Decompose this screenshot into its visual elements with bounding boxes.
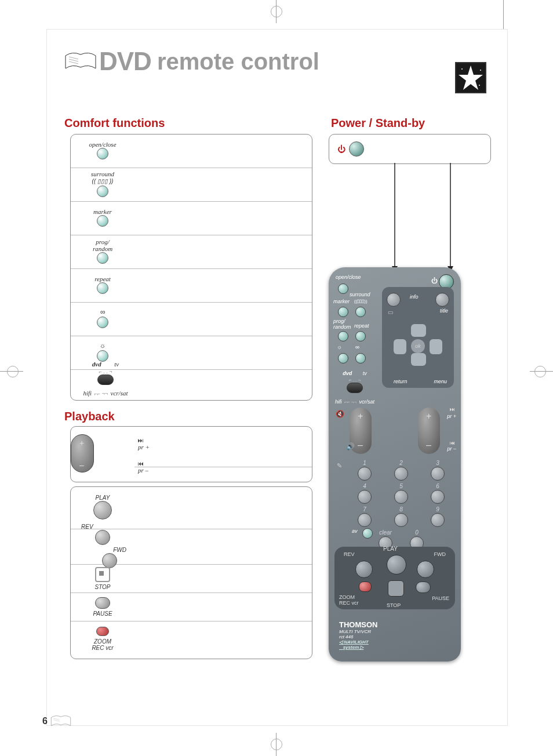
rec-button-icon <box>96 627 109 636</box>
rec-label: REC vcr <box>71 645 134 651</box>
remote-nav-btn-tl[interactable] <box>387 293 401 307</box>
remote-key-2[interactable] <box>394 467 408 481</box>
remote-skip-fwd-icon: ⏭ <box>450 406 455 412</box>
remote-brand: THOMSON MULTI TV/VCR rct 446 ◁ NAVILIGHT… <box>339 620 377 650</box>
remote-loop-icon: ∞ <box>355 344 359 350</box>
digit-6: 6 <box>431 483 445 489</box>
remote-fwd-label: FWD <box>434 551 446 557</box>
remote-open-close-btn[interactable] <box>338 284 348 294</box>
remote-rec-btn[interactable] <box>359 581 372 592</box>
zoom-label: ZOOM <box>71 638 134 645</box>
row-repeat: repeat <box>71 269 312 303</box>
mode-switch: dvd tv ⌐ . . ¬ hifi ⌐⌐ ¬¬ vcr/sat <box>77 358 134 398</box>
digit-2: 2 <box>394 460 408 466</box>
remote-play-btn[interactable] <box>387 555 406 575</box>
stop-button-icon <box>95 567 110 582</box>
remote-screen-icon: ▭ <box>388 309 393 315</box>
remote-marker-btn[interactable] <box>338 307 348 317</box>
surround-glyph-icon: (( ▯▯▯ )) <box>92 178 114 184</box>
remote-model: MULTI TV/VCR rct 446 <box>339 629 377 639</box>
remote-prog-btn[interactable] <box>338 331 348 341</box>
digit-1: 1 <box>358 460 372 466</box>
remote-prog-random-label: prog/ random <box>333 318 351 330</box>
section-power: Power / Stand-by <box>331 117 425 130</box>
pr-rocker-icon: + – <box>71 434 94 472</box>
remote-av-btn[interactable] <box>362 528 373 539</box>
remote-pr-plus: pr + <box>447 413 456 419</box>
panel-playback-pr: + – ⏭ pr + ⏮ pr – <box>70 426 312 482</box>
arrow-power-to-remote <box>447 163 454 272</box>
remote-dpad: ok <box>390 316 446 372</box>
mode-vcr-sat: vcr/sat <box>111 390 128 397</box>
remote-hifi: hifi <box>335 399 342 405</box>
remote-marker-label: marker <box>333 299 350 304</box>
marker-button-icon <box>97 215 108 227</box>
remote-key-5[interactable] <box>394 490 408 504</box>
remote-vcr-sat: vcr/sat <box>359 399 374 405</box>
remote-left-button[interactable] <box>394 339 406 354</box>
digit-4: 4 <box>358 483 372 489</box>
remote-down-button[interactable] <box>411 353 426 366</box>
page: DVD remote control Comfort functions Pow… <box>46 29 508 726</box>
remote-navilight: NAVILIGHT <box>344 639 369 645</box>
remote-brand-name: THOMSON <box>339 620 377 629</box>
remote-surround-btn[interactable] <box>355 307 366 317</box>
remote-mode-switch[interactable] <box>347 383 363 393</box>
power-button-icon <box>349 141 364 157</box>
play-label: PLAY <box>71 495 134 501</box>
remote-key-3[interactable] <box>431 467 445 481</box>
panel-power: ⏻ <box>329 134 491 164</box>
stop-label: STOP <box>71 584 134 590</box>
digit-8: 8 <box>394 506 408 513</box>
remote-pause-label: PAUSE <box>432 595 449 601</box>
digit-7: 7 <box>358 506 372 513</box>
remote-light-btn[interactable] <box>338 353 348 364</box>
fwd-button-icon <box>102 553 117 568</box>
remote-light-icon: ☼ <box>337 344 342 350</box>
remote-control: ⏻ open/close surround marker ((▯▯▯)) pro… <box>329 267 461 662</box>
remote-menu: menu <box>434 379 447 384</box>
remote-up-button[interactable] <box>411 324 426 337</box>
digit-9: 9 <box>431 506 445 513</box>
section-comfort: Comfort functions <box>64 117 165 130</box>
play-button-icon <box>93 501 112 519</box>
remote-key-6[interactable] <box>431 490 445 504</box>
remote-skip-back-icon: ⏮ <box>450 440 455 446</box>
remote-rev-btn[interactable] <box>355 561 373 578</box>
remote-stop-label: STOP <box>387 602 401 608</box>
label-marker: marker <box>71 208 134 215</box>
pr-plus-label: pr + <box>138 444 150 450</box>
remote-rev-label: REV <box>344 551 355 557</box>
remote-fwd-btn[interactable] <box>417 561 434 578</box>
remote-key-7[interactable] <box>358 513 372 527</box>
book-icon <box>64 50 97 73</box>
fwd-label: FWD <box>71 547 134 553</box>
star-decoration <box>455 62 486 93</box>
remote-av: av <box>352 528 358 534</box>
remote-key-9[interactable] <box>431 513 445 527</box>
remote-stop-btn[interactable] <box>388 580 404 597</box>
remote-key-1[interactable] <box>358 467 372 481</box>
mode-dvd: dvd <box>92 361 101 368</box>
remote-info-btn[interactable] <box>435 293 449 307</box>
remote-keypad: 1 2 3 4 5 6 7 8 9 clear 0 <box>358 460 445 553</box>
remote-vol-right[interactable]: + – <box>418 408 440 454</box>
section-playback: Playback <box>64 410 115 423</box>
label-surround: surround <box>71 170 134 177</box>
remote-loop-btn[interactable] <box>355 353 366 364</box>
open-close-button-icon <box>97 148 108 159</box>
remote-ok-button[interactable]: ok <box>411 339 425 353</box>
remote-repeat-btn[interactable] <box>355 331 366 341</box>
skip-back-icon: ⏮ <box>138 460 144 467</box>
prog-random-button-icon <box>97 252 108 264</box>
footer-book-icon <box>50 714 71 729</box>
surround-button-icon <box>97 186 108 197</box>
remote-return: return <box>394 379 408 384</box>
label-repeat: repeat <box>71 275 134 282</box>
title-rest: remote control <box>157 49 319 75</box>
row-extra-1: ∞ <box>71 303 312 336</box>
remote-key-4[interactable] <box>358 490 372 504</box>
remote-right-button[interactable] <box>430 339 442 354</box>
remote-key-8[interactable] <box>394 513 408 527</box>
remote-pause-btn[interactable] <box>416 581 431 593</box>
